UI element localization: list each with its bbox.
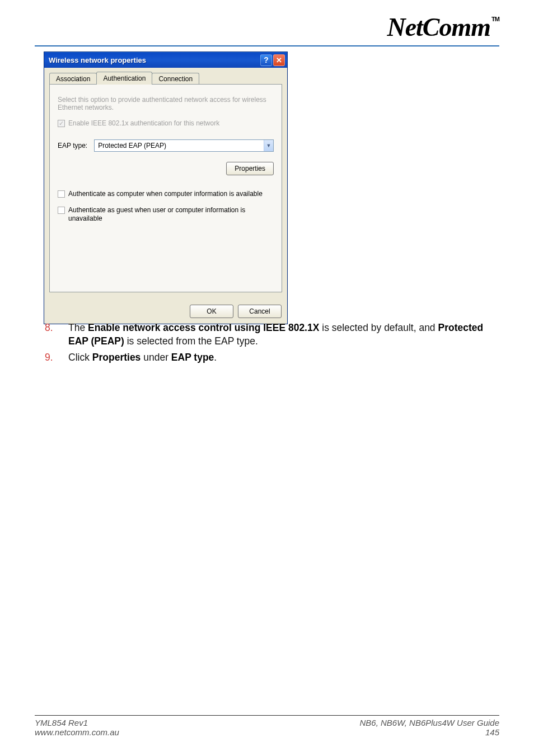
close-button[interactable]: ✕	[273, 54, 285, 66]
instruction-item-8: 8. The Enable network access control usi…	[45, 321, 499, 348]
instruction-list: 8. The Enable network access control usi…	[45, 321, 499, 368]
auth-guest-row: Authenticate as guest when user or compu…	[58, 206, 274, 223]
instruction-item-9: 9. Click Properties under EAP type.	[45, 351, 499, 365]
eap-type-value: Protected EAP (PEAP)	[98, 142, 166, 150]
auth-computer-label: Authenticate as computer when computer i…	[68, 190, 263, 198]
dialog-title: Wireless network properties	[49, 56, 146, 64]
auth-computer-row: Authenticate as computer when computer i…	[58, 190, 274, 198]
eap-type-row: EAP type: Protected EAP (PEAP) ▼	[58, 139, 274, 152]
footer-rev: YML854 Rev1	[35, 718, 119, 727]
instruction-text: Click Properties under EAP type.	[68, 351, 499, 365]
cancel-button[interactable]: Cancel	[238, 305, 282, 318]
ok-button[interactable]: OK	[190, 305, 233, 318]
dialog-footer: OK Cancel	[44, 299, 287, 324]
dialog-screenshot: Wireless network properties ? ✕ Associat…	[44, 52, 288, 324]
footer-url: www.netcomm.com.au	[35, 727, 119, 737]
header-rule	[35, 45, 499, 46]
footer-rule	[35, 715, 499, 716]
instruction-number: 9.	[45, 351, 58, 365]
instruction-number: 8.	[45, 321, 58, 348]
auth-guest-label: Authenticate as guest when user or compu…	[68, 206, 274, 223]
dialog-body: Association Authentication Connection Se…	[44, 68, 287, 299]
enable-8021x-label: Enable IEEE 802.1x authentication for th…	[68, 119, 219, 127]
page-footer: YML854 Rev1 www.netcomm.com.au NB6, NB6W…	[35, 715, 499, 737]
dialog-titlebar: Wireless network properties ? ✕	[44, 52, 287, 68]
wireless-network-properties-dialog: Wireless network properties ? ✕ Associat…	[44, 52, 288, 324]
enable-8021x-checkbox[interactable]	[58, 120, 65, 127]
titlebar-buttons: ? ✕	[260, 54, 285, 66]
enable-8021x-row: Enable IEEE 802.1x authentication for th…	[58, 119, 274, 127]
brand-logo-text: NetComm	[387, 13, 490, 41]
auth-description: Select this option to provide authentica…	[58, 96, 274, 111]
instruction-text: The Enable network access control using …	[68, 321, 499, 348]
footer-product-line: NB6, NB6W, NB6Plus4W User Guide	[359, 718, 499, 727]
auth-guest-checkbox[interactable]	[58, 207, 65, 214]
auth-computer-checkbox[interactable]	[58, 190, 65, 198]
eap-type-label: EAP type:	[58, 142, 87, 150]
footer-right: NB6, NB6W, NB6Plus4W User Guide 145	[359, 718, 499, 737]
footer-left: YML854 Rev1 www.netcomm.com.au	[35, 718, 119, 737]
tabs: Association Authentication Connection	[49, 71, 282, 84]
properties-row: Properties	[58, 162, 274, 175]
eap-type-select[interactable]: Protected EAP (PEAP) ▼	[94, 139, 274, 152]
tab-authentication[interactable]: Authentication	[96, 72, 152, 85]
footer-page-number: 145	[359, 727, 499, 737]
help-button[interactable]: ?	[260, 54, 272, 66]
brand-tm: TM	[491, 16, 499, 22]
tab-connection[interactable]: Connection	[152, 73, 199, 85]
tabpage-authentication: Select this option to provide authentica…	[49, 84, 282, 292]
chevron-down-icon: ▼	[264, 140, 273, 151]
properties-button[interactable]: Properties	[226, 162, 274, 175]
brand-logo: NetCommTM	[35, 12, 499, 42]
tab-association[interactable]: Association	[49, 73, 97, 85]
page-header: NetCommTM	[35, 12, 499, 46]
